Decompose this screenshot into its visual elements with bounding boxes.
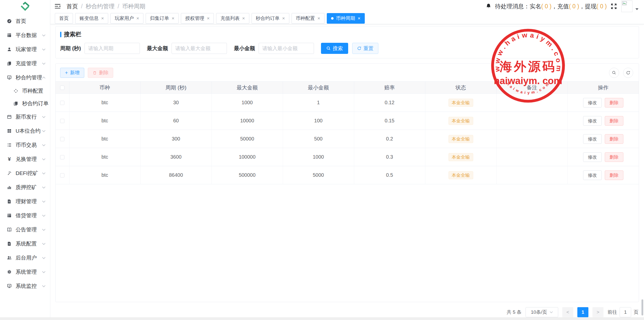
cell-odds: 0.15 xyxy=(354,112,425,130)
next-page-button[interactable]: > xyxy=(592,307,603,317)
row-checkbox[interactable] xyxy=(60,173,64,177)
search-button[interactable]: 搜索 xyxy=(321,43,348,54)
sidebar-item-home[interactable]: 首页 xyxy=(0,14,50,28)
grid-icon xyxy=(7,128,12,134)
search-panel-title: 搜索栏 xyxy=(60,30,634,38)
bulk-delete-button[interactable]: 删除 xyxy=(88,68,113,78)
page-size-select[interactable]: 10条/页 xyxy=(526,307,558,317)
sidebar-item-label: DEFI挖矿 xyxy=(16,170,42,177)
row-checkbox[interactable] xyxy=(60,155,64,159)
sidebar-item-wealth[interactable]: 理财管理 xyxy=(0,194,50,208)
sidebar-item-u-contract[interactable]: U本位合约 xyxy=(0,124,50,138)
bar-chart-icon xyxy=(7,185,12,190)
withdraw-count: ( 0 ) xyxy=(596,3,607,10)
delete-button[interactable]: 删除 xyxy=(605,152,623,162)
edit-button[interactable]: 修改 xyxy=(583,98,602,108)
chevron-down-icon xyxy=(42,172,46,174)
tab-auth-manage[interactable]: 授权管理× xyxy=(181,13,214,24)
close-icon[interactable]: × xyxy=(282,16,285,21)
max-amount-input[interactable] xyxy=(172,43,227,54)
close-icon[interactable]: × xyxy=(207,16,210,21)
sidebar-item-exchange[interactable]: ¥ 兑换管理 xyxy=(0,152,50,166)
edit-button[interactable]: 修改 xyxy=(583,134,602,144)
row-checkbox[interactable] xyxy=(60,119,64,123)
sidebar-item-staking-mining[interactable]: 质押挖矿 xyxy=(0,180,50,194)
sidebar-item-coin-trade[interactable]: 币币交易 xyxy=(0,138,50,152)
sidebar-item-system-monitor[interactable]: 系统监控 xyxy=(0,279,50,293)
breadcrumb-home[interactable]: 首页 xyxy=(66,3,78,10)
sidebar-item-announcements[interactable]: 公告管理 xyxy=(0,223,50,237)
topbar: 首页 / 秒合约管理 / 币种周期 待处理消息：实名( 0 )，充值( 0 )，… xyxy=(50,0,644,13)
select-all-checkbox[interactable] xyxy=(60,86,64,90)
row-checkbox[interactable] xyxy=(60,101,64,105)
sidebar-item-lending[interactable]: 借贷管理 xyxy=(0,208,50,223)
tab-seconds-orders[interactable]: 秒合约订单× xyxy=(252,13,289,24)
table-toolbar: +新增 删除 xyxy=(56,64,639,81)
sidebar-item-system-manage[interactable]: 系统管理 xyxy=(0,265,50,279)
close-icon[interactable]: × xyxy=(317,16,320,21)
avatar[interactable] xyxy=(621,1,632,12)
row-checkbox[interactable] xyxy=(60,137,64,141)
sidebar-item-players[interactable]: 玩家管理 xyxy=(0,42,50,56)
sidebar-collapse-icon[interactable] xyxy=(54,4,61,9)
sidebar-item-platform-data[interactable]: 平台数据 xyxy=(0,28,50,42)
min-amount-input[interactable] xyxy=(259,43,314,54)
chevron-down-icon xyxy=(42,215,46,217)
close-icon[interactable]: × xyxy=(358,16,360,21)
delete-button[interactable]: 删除 xyxy=(605,98,623,108)
reset-button[interactable]: 重置 xyxy=(352,43,378,54)
table-refresh-button[interactable] xyxy=(623,68,633,78)
edit-button[interactable]: 修改 xyxy=(583,170,602,180)
cell-min: 1 xyxy=(283,94,354,112)
tab-player-users[interactable]: 玩家用户× xyxy=(110,13,143,24)
logo[interactable] xyxy=(0,0,50,13)
search-icon xyxy=(326,46,331,51)
tab-collection-orders[interactable]: 归集订单× xyxy=(146,13,179,24)
chevron-down-icon xyxy=(42,34,46,37)
close-icon[interactable]: × xyxy=(136,16,139,21)
current-page-button[interactable]: 1 xyxy=(577,307,588,317)
period-input[interactable] xyxy=(85,43,140,54)
sidebar-item-label: 秒合约订单 xyxy=(22,100,49,107)
sidebar-item-label: 理财管理 xyxy=(16,198,42,205)
chevron-down-icon xyxy=(550,311,553,313)
table-search-toggle-button[interactable] xyxy=(609,68,619,78)
sidebar-item-system-config[interactable]: 系统配置 xyxy=(0,237,50,251)
close-icon[interactable]: × xyxy=(172,16,174,21)
cell-remark xyxy=(496,148,568,166)
vertical-scrollbar-thumb[interactable] xyxy=(641,299,643,315)
close-icon[interactable]: × xyxy=(101,16,104,21)
edit-button[interactable]: 修改 xyxy=(583,152,602,162)
sidebar-subitem-coin-config[interactable]: 币种配置 xyxy=(0,85,50,97)
cell-max: 50000 xyxy=(212,130,283,148)
sidebar-item-seconds-contract[interactable]: 秒合约管理 xyxy=(0,70,50,85)
tab-coin-period[interactable]: 币种周期× xyxy=(327,13,365,24)
sidebar-subitem-seconds-orders[interactable]: 秒合约订单 xyxy=(0,97,50,110)
goto-page-input[interactable] xyxy=(620,307,631,317)
delete-button[interactable]: 删除 xyxy=(605,134,623,144)
cell-coin: btc xyxy=(69,130,140,148)
prev-page-button[interactable]: < xyxy=(562,307,573,317)
plus-icon: + xyxy=(65,70,68,76)
tab-deposit-list[interactable]: 充值列表× xyxy=(216,13,249,24)
edit-button[interactable]: 修改 xyxy=(583,116,602,126)
tab-account-changes[interactable]: 账变信息× xyxy=(75,13,108,24)
cell-remark xyxy=(496,112,568,130)
bell-icon[interactable] xyxy=(485,3,492,10)
refresh-icon xyxy=(626,70,630,75)
fullscreen-icon[interactable] xyxy=(610,3,617,10)
sidebar-item-deposit-withdraw[interactable]: 充提管理 xyxy=(0,56,50,70)
cell-max: 100000 xyxy=(212,148,283,166)
sidebar-item-admin-users[interactable]: 后台用户 xyxy=(0,251,50,265)
horizontal-scrollbar[interactable] xyxy=(0,317,644,320)
tab-coin-config[interactable]: 币种配置× xyxy=(292,13,325,24)
delete-button[interactable]: 删除 xyxy=(605,116,623,126)
close-icon[interactable]: × xyxy=(242,16,245,21)
tab-home[interactable]: 首页 xyxy=(55,13,73,24)
sidebar-item-defi-mining[interactable]: DEFI挖矿 xyxy=(0,166,50,180)
user-menu-caret-icon[interactable] xyxy=(635,8,638,10)
add-button[interactable]: +新增 xyxy=(60,68,84,78)
cell-odds: 0.3 xyxy=(354,148,425,166)
sidebar-item-new-coin[interactable]: 新币发行 xyxy=(0,110,50,124)
delete-button[interactable]: 删除 xyxy=(605,170,623,180)
